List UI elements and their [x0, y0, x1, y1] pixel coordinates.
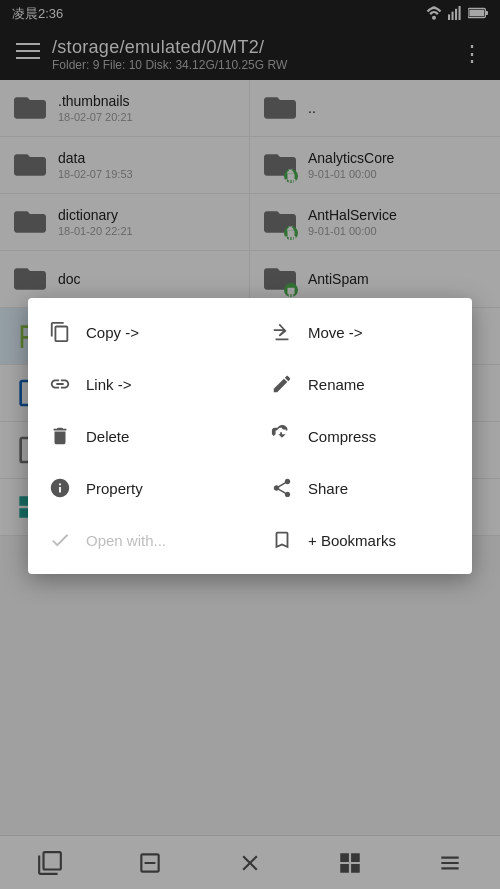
bookmarks-menu-item[interactable]: + Bookmarks [250, 514, 472, 566]
move-icon [270, 320, 294, 344]
copy-menu-item[interactable]: Copy -> [28, 306, 250, 358]
share-menu-item[interactable]: Share [250, 462, 472, 514]
openwith-label: Open with... [86, 532, 166, 549]
delete-label: Delete [86, 428, 129, 445]
property-icon [48, 476, 72, 500]
compress-icon [270, 424, 294, 448]
copy-label: Copy -> [86, 324, 139, 341]
property-menu-item[interactable]: Property [28, 462, 250, 514]
menu-grid: Copy -> Move -> Link -> [28, 306, 472, 566]
share-icon [270, 476, 294, 500]
openwith-icon [48, 528, 72, 552]
delete-icon [48, 424, 72, 448]
delete-menu-item[interactable]: Delete [28, 410, 250, 462]
rename-menu-item[interactable]: Rename [250, 358, 472, 410]
context-menu: Copy -> Move -> Link -> [28, 298, 472, 574]
link-menu-item[interactable]: Link -> [28, 358, 250, 410]
compress-menu-item[interactable]: Compress [250, 410, 472, 462]
openwith-menu-item[interactable]: Open with... [28, 514, 250, 566]
move-menu-item[interactable]: Move -> [250, 306, 472, 358]
copy-icon [48, 320, 72, 344]
bookmarks-icon [270, 528, 294, 552]
link-label: Link -> [86, 376, 131, 393]
move-label: Move -> [308, 324, 363, 341]
share-label: Share [308, 480, 348, 497]
property-label: Property [86, 480, 143, 497]
rename-icon [270, 372, 294, 396]
bookmarks-label: + Bookmarks [308, 532, 396, 549]
compress-label: Compress [308, 428, 376, 445]
link-icon [48, 372, 72, 396]
rename-label: Rename [308, 376, 365, 393]
